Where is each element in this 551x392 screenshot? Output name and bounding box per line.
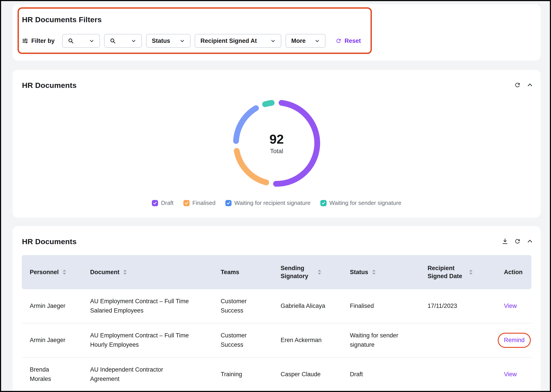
reset-label: Reset (345, 37, 361, 44)
cell-teams: Customer Success (213, 323, 273, 357)
search-filter-dropdown-2[interactable] (104, 34, 142, 48)
status-filter-label: Status (152, 37, 170, 44)
collapse-button[interactable] (526, 81, 533, 89)
search-filter-dropdown-1[interactable] (62, 34, 100, 48)
filter-by-label: Filter by (31, 37, 55, 44)
reset-icon (335, 38, 342, 44)
chevron-down-icon (131, 38, 136, 43)
sort-icon (371, 269, 376, 275)
cell-document: AU Independent Contractor Agreement (82, 357, 213, 391)
column-header-recipient-signed-date[interactable]: Recipient Signed Date (419, 255, 496, 289)
cell-teams: Training (213, 357, 273, 391)
filters-card: HR Documents Filters Filter by (13, 4, 541, 61)
checkbox-icon (152, 200, 158, 206)
sliders-icon (22, 38, 28, 44)
chevron-down-icon (180, 38, 185, 43)
download-icon (502, 238, 508, 245)
view-link[interactable]: View (504, 301, 517, 311)
donut-total-value: 92 (270, 132, 284, 147)
status-filter-dropdown[interactable]: Status (146, 34, 190, 48)
cell-recipient-signed-date (419, 357, 496, 391)
table-row: Armin Jaeger AU Employment Contract – Fu… (22, 323, 531, 357)
legend-label: Waiting for sender signature (329, 200, 401, 206)
checkbox-icon (183, 200, 190, 206)
collapse-button[interactable] (526, 238, 533, 245)
checkbox-icon (320, 200, 327, 206)
page: HR Documents Filters Filter by (0, 0, 551, 392)
chart-legend: Draft Finalised Waiting for recipient si… (13, 200, 541, 206)
table-row: Armin Jaeger AU Employment Contract – Fu… (22, 289, 531, 323)
chart-card: HR Documents 92 Total (13, 70, 541, 217)
cell-sending-signatory: Eren Ackerman (273, 323, 342, 357)
checkbox-icon (225, 200, 231, 206)
donut-center: 92 Total (230, 97, 323, 190)
cell-recipient-signed-date (419, 323, 496, 357)
legend-item-waiting-recipient[interactable]: Waiting for recipient signature (225, 200, 311, 206)
refresh-icon (514, 82, 521, 88)
table-card-title: HR Documents (22, 237, 77, 246)
sort-icon (123, 269, 127, 275)
more-filters-label: More (291, 37, 306, 44)
remind-link[interactable]: Remind (498, 333, 531, 348)
table-card: HR Documents (13, 226, 541, 392)
search-icon (68, 38, 74, 44)
cell-personnel: Brenda Morales (22, 357, 82, 391)
cell-status: Finalised (342, 289, 419, 323)
sort-icon (468, 269, 473, 275)
search-icon (110, 38, 116, 44)
cell-sending-signatory: Gabriella Alicaya (273, 289, 342, 323)
download-button[interactable] (502, 238, 509, 245)
cell-document: AU Employment Contract – Full Time Hourl… (82, 323, 213, 357)
cell-status: Draft (342, 357, 419, 391)
donut-total-label: Total (270, 148, 283, 155)
legend-item-waiting-sender[interactable]: Waiting for sender signature (320, 200, 401, 206)
chevron-up-icon (527, 238, 533, 245)
filter-row: Filter by (22, 34, 361, 48)
chart-card-title: HR Documents (22, 81, 77, 90)
legend-label: Waiting for recipient signature (234, 200, 311, 206)
more-filters-dropdown[interactable]: More (286, 34, 325, 48)
hr-documents-table: Personnel Document Teams Sending Signato… (22, 255, 531, 392)
sort-icon (62, 269, 67, 275)
filters-title: HR Documents Filters (22, 15, 102, 24)
table-header-row: Personnel Document Teams Sending Signato… (22, 255, 531, 289)
legend-label: Finalised (192, 200, 216, 206)
cell-action: View (496, 289, 531, 323)
table-row: Brenda Morales AU Independent Contractor… (22, 357, 531, 392)
cell-personnel: Armin Jaeger (22, 323, 82, 357)
cell-teams: Customer Success (213, 289, 273, 323)
column-header-action: Action (496, 255, 531, 289)
cell-personnel: Armin Jaeger (22, 289, 82, 323)
cell-sending-signatory: Casper Claude (273, 357, 342, 391)
legend-item-finalised[interactable]: Finalised (183, 200, 216, 206)
column-header-personnel[interactable]: Personnel (22, 255, 82, 289)
cell-action: View (496, 357, 531, 391)
column-header-sending-signatory[interactable]: Sending Signatory (273, 255, 342, 289)
recipient-signed-at-filter-dropdown[interactable]: Recipient Signed At (195, 34, 281, 48)
chart-card-actions (514, 81, 533, 89)
chevron-up-icon (527, 82, 533, 88)
reset-button[interactable]: Reset (335, 37, 361, 44)
column-header-teams: Teams (213, 255, 273, 289)
recipient-signed-at-label: Recipient Signed At (201, 37, 257, 44)
sort-icon (317, 269, 322, 275)
filter-by-group: Filter by (22, 37, 55, 44)
cell-document: AU Employment Contract – Full Time Salar… (82, 289, 213, 323)
refresh-icon (514, 238, 521, 245)
column-header-document[interactable]: Document (82, 255, 213, 289)
legend-label: Draft (161, 200, 173, 206)
chevron-down-icon (271, 38, 276, 43)
column-header-status[interactable]: Status (342, 255, 419, 289)
cell-recipient-signed-date: 17/11/2023 (419, 289, 496, 323)
refresh-button[interactable] (514, 238, 521, 245)
table-card-actions (502, 238, 533, 245)
legend-item-draft[interactable]: Draft (152, 200, 173, 206)
cell-status: Waiting for sender signature (342, 323, 419, 357)
cell-action: Remind (496, 323, 531, 357)
view-link[interactable]: View (504, 370, 517, 379)
donut-chart: 92 Total (230, 97, 323, 190)
refresh-button[interactable] (514, 81, 521, 89)
chevron-down-icon (89, 38, 94, 43)
chevron-down-icon (315, 38, 320, 43)
